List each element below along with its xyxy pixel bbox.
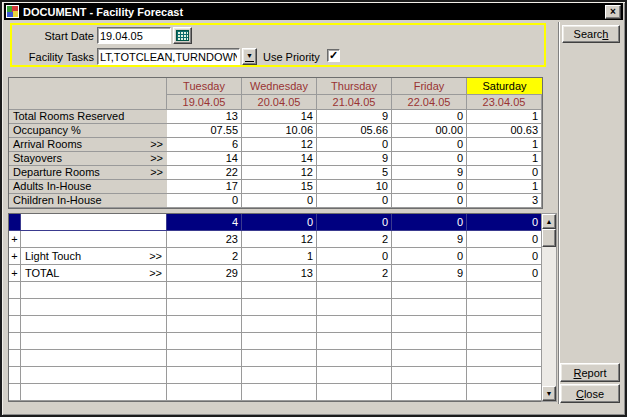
task-value-cell xyxy=(392,316,467,333)
forecast-value-cell: 1 xyxy=(467,110,542,124)
task-value-cell[interactable]: 1 xyxy=(242,248,317,265)
forecast-value-cell: 1 xyxy=(467,152,542,166)
forecast-row-label-cell[interactable]: Stayovers>> xyxy=(9,152,167,166)
forecast-value-cell: 00.00 xyxy=(392,124,467,138)
task-row-label-cell[interactable]: Guest Turndown>> xyxy=(21,214,167,231)
search-button[interactable]: Search xyxy=(562,25,620,43)
task-expand-cell[interactable]: + xyxy=(9,231,21,248)
task-row-label-cell xyxy=(21,350,167,367)
forecast-value-cell: 0 xyxy=(167,194,242,208)
forecast-row-label-cell: Occupancy % xyxy=(9,124,167,138)
task-value-cell xyxy=(317,367,392,384)
task-row-label-cell xyxy=(21,367,167,384)
task-value-cell[interactable]: 29 xyxy=(167,265,242,282)
row-label: Adults In-House xyxy=(13,181,91,192)
task-value-cell[interactable]: 0 xyxy=(392,248,467,265)
facility-tasks-lov-button[interactable]: ▼ xyxy=(242,48,257,65)
task-value-cell xyxy=(392,282,467,299)
use-priority-checkbox[interactable]: ✓ xyxy=(327,49,340,62)
forecast-value-cell: 0 xyxy=(392,110,467,124)
task-row-label-cell[interactable]: Total Cleaning>> xyxy=(21,231,167,248)
task-value-cell[interactable]: 23 xyxy=(167,231,242,248)
task-value-cell[interactable]: 9 xyxy=(392,231,467,248)
task-value-cell[interactable]: 4 xyxy=(167,214,242,231)
task-expand-cell xyxy=(9,333,21,350)
forecast-value-cell: 9 xyxy=(392,166,467,180)
task-expand-cell xyxy=(9,384,21,401)
row-label: TOTAL xyxy=(25,268,59,279)
forecast-value-cell: 07.55 xyxy=(167,124,242,138)
tasks-table: Guest Turndown>>40000+Total Cleaning>>23… xyxy=(8,213,543,402)
forecast-value-cell: 17 xyxy=(167,180,242,194)
task-value-cell xyxy=(167,384,242,401)
calendar-icon xyxy=(176,30,189,41)
date-header-cell: 21.04.05 xyxy=(317,95,392,110)
task-value-cell[interactable]: 2 xyxy=(167,248,242,265)
task-expand-cell xyxy=(9,299,21,316)
task-expand-cell xyxy=(9,316,21,333)
task-value-cell[interactable]: 0 xyxy=(467,231,542,248)
task-expand-cell xyxy=(9,350,21,367)
drilldown-arrow-icon: >> xyxy=(150,139,163,150)
task-value-cell xyxy=(317,282,392,299)
task-value-cell[interactable]: 0 xyxy=(467,214,542,231)
task-value-cell[interactable]: 2 xyxy=(317,265,392,282)
facility-forecast-window: DOCUMENT - Facility Forecast × Start Dat… xyxy=(0,0,627,417)
task-expand-cell[interactable]: + xyxy=(9,248,21,265)
close-icon: × xyxy=(610,6,616,17)
task-row-label-cell xyxy=(21,282,167,299)
scroll-up-icon: ▲ xyxy=(546,218,553,225)
tasks-scrollbar[interactable]: ▲ ▼ xyxy=(541,213,557,402)
task-expand-cell xyxy=(9,367,21,384)
day-header-cell: Wednesday xyxy=(242,78,317,95)
start-date-input[interactable] xyxy=(97,27,171,44)
facility-tasks-input[interactable] xyxy=(97,48,240,65)
task-value-cell[interactable]: 12 xyxy=(242,231,317,248)
date-header-cell: 23.04.05 xyxy=(467,95,542,110)
forecast-row-label-cell[interactable]: Departure Rooms>> xyxy=(9,166,167,180)
task-value-cell[interactable]: 0 xyxy=(317,248,392,265)
task-value-cell xyxy=(317,350,392,367)
date-header-cell: 22.04.05 xyxy=(392,95,467,110)
task-value-cell[interactable]: 0 xyxy=(242,214,317,231)
date-header-cell: 20.04.05 xyxy=(242,95,317,110)
task-value-cell xyxy=(167,333,242,350)
task-value-cell[interactable]: 0 xyxy=(392,214,467,231)
task-value-cell xyxy=(167,350,242,367)
task-value-cell[interactable]: 2 xyxy=(317,231,392,248)
task-value-cell[interactable]: 0 xyxy=(467,265,542,282)
day-header-cell: Thursday xyxy=(317,78,392,95)
calendar-button[interactable] xyxy=(173,27,192,44)
task-value-cell xyxy=(167,367,242,384)
close-button[interactable]: Close xyxy=(560,384,620,403)
forecast-header-corner xyxy=(9,78,167,110)
task-row-label-cell[interactable]: Light Touch>> xyxy=(21,248,167,265)
forecast-table: TuesdayWednesdayThursdayFridaySaturday19… xyxy=(8,77,543,209)
task-expand-cell[interactable]: + xyxy=(9,265,21,282)
forecast-value-cell: 3 xyxy=(467,194,542,208)
scroll-up-button[interactable]: ▲ xyxy=(542,214,556,229)
row-label: Total Rooms Reserved xyxy=(13,111,124,122)
task-value-cell[interactable]: 0 xyxy=(317,214,392,231)
day-header-cell: Saturday xyxy=(467,78,542,95)
task-row-label-cell[interactable]: TOTAL>> xyxy=(21,265,167,282)
task-value-cell xyxy=(167,282,242,299)
close-window-button[interactable]: × xyxy=(605,5,621,19)
forecast-value-cell: 14 xyxy=(167,152,242,166)
task-value-cell xyxy=(467,299,542,316)
report-button[interactable]: Report xyxy=(560,363,620,382)
task-value-cell[interactable]: 9 xyxy=(392,265,467,282)
task-row-label-cell xyxy=(21,384,167,401)
forecast-row-label-cell[interactable]: Arrival Rooms>> xyxy=(9,138,167,152)
task-row-label-cell xyxy=(21,316,167,333)
task-value-cell xyxy=(242,316,317,333)
task-value-cell xyxy=(167,299,242,316)
scrollbar-thumb[interactable] xyxy=(542,229,556,247)
scroll-down-button[interactable]: ▼ xyxy=(542,386,556,401)
forecast-value-cell: 10 xyxy=(317,180,392,194)
task-value-cell xyxy=(392,299,467,316)
task-value-cell[interactable]: 13 xyxy=(242,265,317,282)
task-row-label-cell xyxy=(21,299,167,316)
task-expand-cell[interactable] xyxy=(9,214,21,231)
task-value-cell[interactable]: 0 xyxy=(467,248,542,265)
